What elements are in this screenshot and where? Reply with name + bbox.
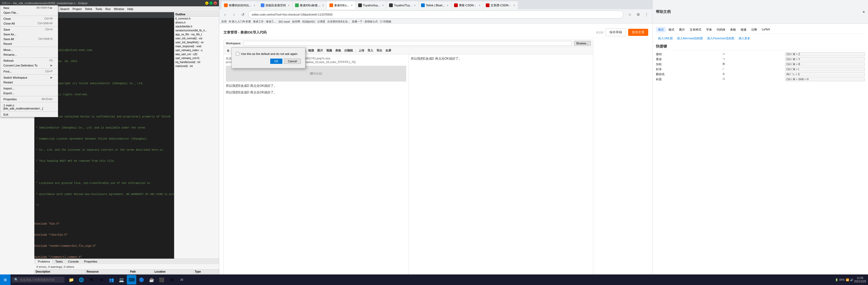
taskbar-app-edge[interactable]: 🌐 — [76, 275, 86, 284]
back-button[interactable]: ‹ — [221, 11, 229, 18]
browser-tab-5[interactable]: TuyaInc/tuy... × — [355, 1, 386, 9]
workspace-input[interactable] — [243, 41, 572, 46]
help-tab-code[interactable]: 代码块 — [715, 27, 727, 32]
tab-problems[interactable]: Problems — [35, 259, 52, 263]
markdown-source[interactable]: 在这里插入图片描述][https://img-blog.cdnimg.cn/20… — [224, 55, 409, 282]
browser-tab-4[interactable]: 泰凌IDEo... × — [327, 1, 355, 9]
taskbar-app-dev[interactable]: 💻 — [117, 275, 126, 284]
insert-more-button[interactable]: 插入更多 — [737, 36, 750, 41]
dialog-cancel-button[interactable]: Cancel — [284, 59, 301, 64]
menu-item-exit[interactable]: Exit — [0, 112, 58, 117]
menu-item-recent-1[interactable]: 1 main.c [ble_sdk_multimode/vendor/...] — [0, 103, 58, 111]
outline-item-uart-index[interactable]: uart_ndmairq_index : u — [174, 48, 219, 52]
menu-item-new[interactable]: NewAlt+Shift+N ▶ — [0, 5, 58, 10]
bold-button[interactable]: B — [226, 48, 230, 53]
menu-help[interactable]: Help — [126, 7, 135, 10]
bookmark-tech[interactable]: 从深度科技&生业... — [327, 20, 350, 24]
taskbar-app-chrome[interactable]: 🔵 — [137, 275, 146, 284]
menu-item-save[interactable]: SaveCtrl+S — [0, 27, 58, 32]
tab-close-6[interactable]: × — [414, 4, 416, 7]
bookmark-video[interactable]: ◎ 利视频 — [380, 20, 391, 24]
table-button[interactable]: 表格 — [334, 48, 342, 53]
help-tab-comment[interactable]: 注释 — [749, 27, 759, 32]
menu-item-print[interactable]: Print...Ctrl+P — [0, 69, 58, 74]
menu-item-move[interactable]: Move... — [0, 47, 58, 52]
menu-item-save-all[interactable]: Save AllCtrl+Shift+S — [0, 37, 58, 41]
browser-tab-3[interactable]: 泰凌IDEo标签... × — [292, 1, 327, 9]
refresh-button[interactable]: ↺ — [239, 11, 247, 18]
outline-item-drivers[interactable]: drivers.h — [174, 21, 219, 25]
bookmark-ruhewang[interactable]: 如何网 — [292, 20, 300, 24]
browser-tab-2[interactable]: 技能应发展空间 × — [258, 1, 292, 9]
menu-search[interactable]: Search — [59, 7, 71, 10]
help-tab-link[interactable]: 链接 — [739, 27, 749, 32]
maximize-button[interactable]: □ — [210, 2, 213, 5]
menu-item-properties[interactable]: PropertiesAlt+Enter — [0, 97, 58, 102]
browser-tab-6[interactable]: TuyaInc/Tuy... × — [386, 1, 418, 9]
browser-tab-8[interactable]: 博客-CSDN： × — [452, 1, 483, 9]
taskbar-app-explorer[interactable]: 📁 — [67, 275, 76, 284]
outline-item-user-init-normal[interactable]: user_init_normal() : voi — [174, 36, 219, 40]
menu-item-convert[interactable]: Convert Line Delimiters To▶ — [0, 63, 58, 68]
tab-close-2[interactable]: × — [288, 4, 289, 7]
tab-properties[interactable]: Properties — [82, 259, 100, 263]
address-bar[interactable] — [248, 10, 623, 19]
taskbar-app-mail[interactable]: ✉ — [97, 275, 106, 284]
taskbar-app-teams[interactable]: 👥 — [107, 275, 116, 284]
tab-close-8[interactable]: × — [478, 4, 480, 7]
help-tab-text-style[interactable]: 文本样式 — [688, 27, 704, 32]
menu-window[interactable]: Window — [112, 7, 126, 10]
browse-button[interactable]: Browse... — [574, 41, 591, 46]
outline-item-tl-common[interactable]: tl_common.h — [174, 16, 219, 21]
video-button[interactable]: 视频 — [325, 48, 333, 53]
import-button[interactable]: 导入 — [366, 48, 375, 53]
menu-run[interactable]: Run — [104, 7, 112, 10]
extensions-button[interactable]: ⚙ — [634, 11, 642, 18]
save-draft-button[interactable]: 保存草稿 — [606, 29, 626, 36]
taskbar-app-store[interactable]: 🛍 — [87, 275, 96, 284]
taskbar-search-input[interactable] — [20, 278, 59, 281]
insert-mermaid-button[interactable]: 插入Mermaid流程图 — [675, 36, 703, 41]
menu-project[interactable]: Project — [71, 7, 83, 10]
menu-tools[interactable]: Tools — [94, 7, 104, 10]
menu-button[interactable]: ⋮ — [643, 11, 650, 18]
outline-item-vendor[interactable]: vendor/common/bit_fls_h... — [174, 29, 219, 32]
menu-telink[interactable]: Telink — [83, 7, 94, 10]
help-tab-overview[interactable]: 概览 — [656, 27, 666, 32]
menu-item-rename[interactable]: Rename... — [0, 52, 58, 57]
minimize-button[interactable]: − — [205, 2, 209, 5]
outline-item-ble[interactable]: stack/ble/ble.h — [174, 25, 219, 29]
tab-close-1[interactable]: × — [254, 4, 255, 7]
tab-close-4[interactable]: × — [351, 4, 353, 7]
menu-item-refresh[interactable]: RefreshF5 — [0, 58, 58, 63]
bookmark-cloud[interactable]: 云调度 — [317, 20, 325, 24]
help-tab-format[interactable]: 格式 — [666, 27, 677, 32]
link-button[interactable]: 链接 — [307, 48, 315, 53]
help-tab-font[interactable]: 字体 — [704, 27, 714, 32]
close-button[interactable]: × — [214, 2, 217, 5]
browser-tab-1[interactable]: 有哪些好的对比... × — [221, 1, 258, 9]
help-close-button[interactable]: × — [863, 10, 865, 14]
start-button[interactable]: ⊞ — [0, 275, 10, 285]
insert-uml-button[interactable]: 插入UML图 — [656, 36, 673, 41]
menu-item-close[interactable]: CloseCtrl+W — [0, 16, 58, 21]
outline-item-user-init-deep[interactable]: user_init_deepRet() : vo — [174, 40, 219, 44]
tab-tasks[interactable]: Tasks — [53, 259, 65, 263]
outline-item-aaa-uart[interactable]: aaa_uart_cnt : u32 — [174, 52, 219, 56]
outline-item-irq-handler[interactable]: irq_handler(void) : int — [174, 60, 219, 64]
bookmark-sig[interactable]: SIG mesh — [278, 20, 290, 23]
menu-item-import[interactable]: Import... — [0, 86, 58, 91]
divider-button[interactable]: 分隔线 — [343, 48, 354, 53]
tab-close-9[interactable]: × — [514, 4, 515, 7]
outline-item-main-loop[interactable]: main_loop(void) : void — [174, 44, 219, 48]
export-button[interactable]: 导出 — [375, 48, 383, 53]
tab-close-7[interactable]: × — [447, 4, 448, 7]
outline-item-app-rw[interactable]: app_rw_fifo : my_fifo_t — [174, 32, 219, 36]
taskbar-app-vscode[interactable]: ⌨ — [127, 275, 136, 284]
tab-close-3[interactable]: × — [322, 4, 324, 7]
taskbar-app-settings[interactable]: ⚙ — [167, 275, 177, 284]
bookmark-button[interactable]: ☆ — [626, 11, 633, 18]
dialog-checkbox[interactable] — [236, 52, 239, 56]
menu-item-save-as[interactable]: Save As... — [0, 32, 58, 37]
taskbar-app-terminal[interactable]: ⬛ — [157, 275, 166, 284]
